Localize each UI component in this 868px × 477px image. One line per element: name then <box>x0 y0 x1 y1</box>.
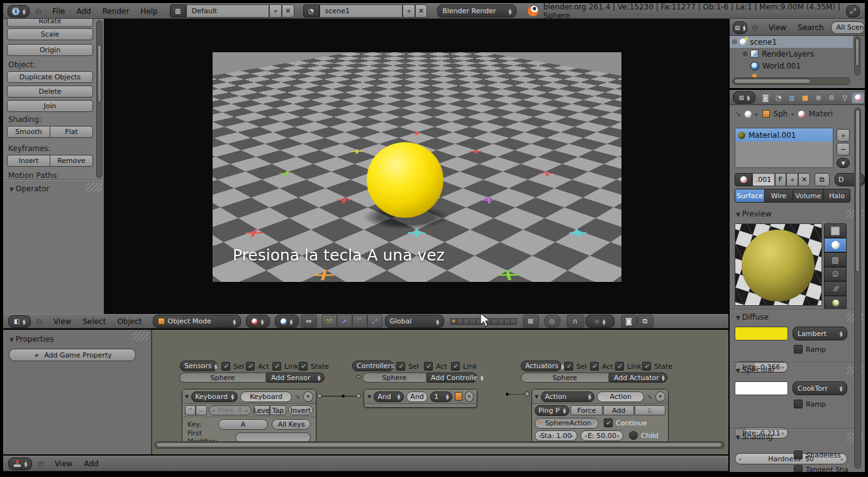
render-tab-icon[interactable]: ◙ <box>759 92 772 103</box>
controller-input-socket[interactable] <box>356 393 361 398</box>
editor-type-selector-3d[interactable]: ◧ <box>8 315 31 328</box>
controller-column-socket[interactable] <box>357 375 360 379</box>
sensors-act-checkbox[interactable]: Act <box>246 362 269 371</box>
proportional-edit-icon[interactable]: ◎ <box>544 315 560 328</box>
lock-to-scene-icon[interactable]: ⊠ <box>523 315 539 328</box>
sensors-filter-select[interactable]: Sensors <box>180 361 218 371</box>
diffuse-panel-header[interactable]: Diffuse <box>736 313 769 322</box>
origin-button[interactable]: Origin <box>7 44 93 56</box>
duplicate-objects-button[interactable]: Duplicate Objects <box>7 71 93 83</box>
actuator-type-select[interactable]: Action <box>541 391 594 402</box>
preview-world-button[interactable] <box>824 296 847 310</box>
view3d-menu-select[interactable]: Select <box>77 317 111 326</box>
freq-slider[interactable]: Freq: 0 <box>209 405 252 415</box>
collapse-item-icon[interactable]: ⊖ <box>732 38 737 46</box>
add-game-property-button[interactable]: ＋Add Game Property <box>9 349 136 361</box>
delete-button[interactable]: Delete <box>7 86 93 98</box>
tangent-shading-checkbox[interactable]: Tangent Sha <box>794 465 849 472</box>
child-checkbox[interactable]: Child <box>629 431 659 440</box>
flat-button[interactable]: Flat <box>50 126 93 138</box>
modifiers-tab-icon[interactable]: ⚙ <box>825 92 838 103</box>
mode-wire-tab[interactable]: Wire <box>765 189 793 203</box>
specular-panel-header[interactable]: Specular <box>736 366 775 374</box>
translate-manipulator-icon[interactable]: ➚ <box>337 315 352 328</box>
object-tab-icon[interactable]: ■ <box>799 92 811 103</box>
action-datablock-field[interactable]: ✦SphereAction <box>535 418 599 429</box>
preview-panel-header[interactable]: Preview <box>736 210 772 218</box>
render-opengl-anim-icon[interactable]: ⧉ <box>637 315 654 328</box>
sensors-state-checkbox[interactable]: State <box>299 362 329 371</box>
outliner-h-scrollbar[interactable] <box>732 77 850 85</box>
operator-panel-header[interactable]: Operator <box>9 184 50 193</box>
collapse-menus-icon[interactable]: ⊖ <box>36 317 43 326</box>
action-actuator-brick[interactable]: ▼ Action Action ⊸ ✕ Ping P Force Add L ✦… <box>531 389 669 444</box>
use-nodes-icon[interactable]: ⧉ <box>815 173 830 186</box>
menu-help[interactable]: Help <box>135 7 163 16</box>
local-toggle[interactable]: L <box>635 405 665 415</box>
expand-item-icon[interactable]: ⊕ <box>742 50 748 58</box>
pivot-point-select[interactable] <box>275 315 299 328</box>
controller-type-select[interactable]: And <box>374 391 404 402</box>
sensor-output-socket[interactable] <box>317 393 322 398</box>
properties-v-scrollbar[interactable] <box>854 108 861 469</box>
force-toggle[interactable]: Force <box>570 405 603 415</box>
controller-name-field[interactable]: And <box>406 391 428 402</box>
screen-layout-icon[interactable]: ▥ <box>170 4 186 18</box>
add-material-slot-button[interactable]: ＋ <box>837 129 850 142</box>
editor-type-selector-logic[interactable] <box>8 457 32 470</box>
insert-keyframe-button[interactable]: Insert <box>7 155 50 167</box>
material-slot-item[interactable]: Material.001 <box>735 128 833 142</box>
breadcrumb-material[interactable]: Materi <box>809 109 833 118</box>
pulse-true-toggle[interactable]: ''' <box>185 405 196 415</box>
view3d-menu-object[interactable]: Object <box>111 317 147 326</box>
material-tab-icon[interactable] <box>852 92 864 103</box>
collapse-sensor-icon[interactable]: ▼ <box>185 394 189 400</box>
layers-group-1[interactable] <box>450 318 482 325</box>
scale-button[interactable]: Scale <box>7 28 93 40</box>
add-controller-button[interactable]: Add Controlle <box>427 373 477 383</box>
logic-menu-view[interactable]: View <box>49 459 78 468</box>
tool-shelf-scrollbar[interactable] <box>96 20 103 178</box>
sensors-link-checkbox[interactable]: Link <box>272 362 299 371</box>
tap-toggle[interactable]: Tap <box>270 405 286 415</box>
pin-icon[interactable]: ⊸ <box>733 108 743 119</box>
delete-sensor-icon[interactable]: ✕ <box>303 391 313 402</box>
specular-ramp-checkbox[interactable]: Ramp <box>794 400 826 408</box>
diffuse-color-swatch[interactable] <box>735 327 788 340</box>
level-toggle[interactable]: Leve <box>253 405 270 415</box>
outliner-item-world[interactable]: World.001 <box>730 60 865 72</box>
object-data-tab-icon[interactable]: ▽ <box>838 92 851 103</box>
keyboard-sensor-brick[interactable]: ▼ Keyboard Keyboard ⊸ ✕ ''' ... Freq: 0 … <box>182 389 316 444</box>
invert-toggle[interactable]: Invert <box>288 405 313 415</box>
viewport-shading-select[interactable] <box>246 315 270 328</box>
add-toggle[interactable]: Add <box>603 405 634 415</box>
render-engine-select[interactable]: Blender Render <box>437 4 516 18</box>
pulse-false-toggle[interactable]: ... <box>196 405 206 415</box>
sensor-type-select[interactable]: Keyboard <box>191 391 238 402</box>
add-scene-button[interactable]: ＋ <box>403 4 415 18</box>
diffuse-shader-select[interactable]: Lambert <box>793 327 847 340</box>
controllers-act-checkbox[interactable]: Act <box>424 362 447 371</box>
and-controller-brick[interactable]: ▼ And And 1 ✕ <box>364 389 477 408</box>
viewport-3d[interactable]: ×××××××××××××××××××××××××××××××××××× Pre… <box>104 19 728 314</box>
mode-select[interactable]: Object Mode <box>153 315 241 328</box>
key-binding-button[interactable]: A <box>218 419 268 430</box>
scale-manipulator-icon[interactable]: ⤢ <box>367 315 382 328</box>
editor-type-selector-info[interactable]: i <box>8 5 30 18</box>
pin-icon[interactable]: ⊸ <box>645 391 655 401</box>
logic-h-scrollbar[interactable] <box>154 441 725 449</box>
material-id-name-field[interactable]: .001 <box>752 173 775 186</box>
preview-sphere-button[interactable] <box>824 238 847 252</box>
unlink-material-button[interactable]: ✕ <box>798 173 810 186</box>
snap-element-select[interactable]: ⊹ <box>586 315 615 328</box>
delete-controller-icon[interactable]: ✕ <box>465 391 474 402</box>
menu-add[interactable]: Add <box>70 7 96 16</box>
world-tab-icon[interactable]: ◍ <box>786 92 798 103</box>
scene-tab-icon[interactable]: ◔ <box>772 92 785 103</box>
actuators-filter-select[interactable]: Actuators <box>521 361 561 371</box>
preview-hair-button[interactable]: /// <box>824 281 847 296</box>
fake-user-toggle[interactable]: F <box>775 173 786 186</box>
preview-cube-button[interactable]: ▧ <box>824 252 847 267</box>
menu-render[interactable]: Render <box>97 7 135 16</box>
sensor-name-field[interactable]: Keyboard <box>240 391 292 402</box>
